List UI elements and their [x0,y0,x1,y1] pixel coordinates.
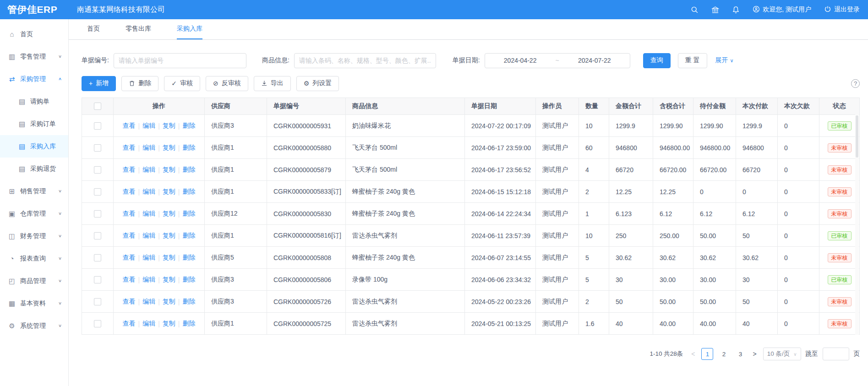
row-checkbox[interactable] [94,166,101,174]
row-checkbox[interactable] [94,232,101,239]
action-link-复制[interactable]: 复制 [163,254,175,262]
action-link-编辑[interactable]: 编辑 [142,144,155,152]
expand-link[interactable]: 展开 ∨ [715,56,734,65]
action-link-编辑[interactable]: 编辑 [142,232,155,240]
删除-button[interactable]: 删除 [121,76,158,91]
row-checkbox[interactable] [94,122,101,130]
sidebar-item-系统管理[interactable]: ⚙系统管理∨ [0,315,68,337]
user-menu[interactable]: 欢迎您, 测试用户 [753,5,811,14]
jump-page-input[interactable] [823,348,849,360]
导出-button[interactable]: 导出 [254,76,291,91]
bank-icon[interactable] [711,6,719,14]
action-link-查看[interactable]: 查看 [123,210,136,218]
action-link-复制[interactable]: 复制 [163,122,175,130]
action-link-删除[interactable]: 删除 [182,122,195,130]
goods-info-input[interactable] [294,53,436,68]
row-checkbox[interactable] [94,276,101,283]
page-button-3[interactable]: 3 [734,348,746,360]
action-link-编辑[interactable]: 编辑 [142,320,155,328]
row-checkbox[interactable] [94,254,101,261]
sidebar-item-首页[interactable]: ⌂首页 [0,23,68,45]
tab-零售出库[interactable]: 零售出库 [126,19,151,39]
新增-button[interactable]: +新增 [82,76,116,91]
action-link-查看[interactable]: 查看 [123,144,136,152]
tab-采购入库[interactable]: 采购入库 [177,19,202,39]
row-checkbox[interactable] [94,210,101,217]
action-link-编辑[interactable]: 编辑 [142,210,155,218]
action-link-编辑[interactable]: 编辑 [142,298,155,306]
action-link-查看[interactable]: 查看 [123,254,136,262]
列设置-button[interactable]: ⚙列设置 [296,76,339,91]
scrollbar-thumb[interactable] [856,115,858,158]
select-all-checkbox[interactable] [94,103,101,110]
date-from-value[interactable]: 2024-04-22 [504,57,537,64]
action-link-查看[interactable]: 查看 [123,320,136,328]
sidebar-item-报表查询[interactable]: ◔报表查询∨ [0,247,68,270]
action-link-查看[interactable]: 查看 [123,188,136,196]
page-button-2[interactable]: 2 [718,348,730,360]
action-link-查看[interactable]: 查看 [123,232,136,240]
action-link-编辑[interactable]: 编辑 [142,188,155,196]
action-link-查看[interactable]: 查看 [123,298,136,306]
column-header-操作员: 操作员 [536,98,579,114]
审核-button[interactable]: ✓审核 [164,76,200,91]
action-link-删除[interactable]: 删除 [182,188,195,196]
action-link-复制[interactable]: 复制 [163,166,175,174]
action-link-编辑[interactable]: 编辑 [142,122,155,130]
action-link-复制[interactable]: 复制 [163,320,175,328]
bell-icon[interactable] [732,6,740,14]
action-link-复制[interactable]: 复制 [163,232,175,240]
action-link-查看[interactable]: 查看 [123,122,136,130]
bill-no-input[interactable] [114,53,246,68]
date-range-picker[interactable]: 2024-04-22 ~ 2024-07-22 [485,53,630,68]
row-checkbox[interactable] [94,320,101,327]
row-checkbox[interactable] [94,298,101,305]
tab-首页[interactable]: 首页 [87,19,100,39]
action-link-删除[interactable]: 删除 [182,276,195,284]
action-link-删除[interactable]: 删除 [182,144,195,152]
action-separator: | [138,144,140,152]
date-to-value[interactable]: 2024-07-22 [578,57,611,64]
action-link-删除[interactable]: 删除 [182,298,195,306]
search-button[interactable]: 查询 [643,53,671,68]
table-scrollbar[interactable] [855,114,859,335]
action-link-复制[interactable]: 复制 [163,276,175,284]
sidebar-item-销售管理[interactable]: ⊞销售管理∨ [0,180,68,202]
page-button-1[interactable]: 1 [701,348,713,360]
search-icon[interactable] [691,6,699,14]
prev-page-icon[interactable]: < [689,350,697,358]
action-link-删除[interactable]: 删除 [182,210,195,218]
action-link-编辑[interactable]: 编辑 [142,276,155,284]
action-link-删除[interactable]: 删除 [182,166,195,174]
action-link-删除[interactable]: 删除 [182,232,195,240]
action-link-复制[interactable]: 复制 [163,298,175,306]
action-link-删除[interactable]: 删除 [182,254,195,262]
chevron-down-icon: ∨ [58,234,62,238]
action-link-删除[interactable]: 删除 [182,320,195,328]
action-link-复制[interactable]: 复制 [163,210,175,218]
sidebar-item-采购管理[interactable]: ⇄采购管理∧ [0,68,68,90]
sidebar-item-财务管理[interactable]: ◫财务管理∨ [0,225,68,247]
reset-button[interactable]: 重 置 [678,53,707,68]
action-link-查看[interactable]: 查看 [123,276,136,284]
sidebar-item-采购退货[interactable]: ▤采购退货 [0,158,68,180]
action-link-查看[interactable]: 查看 [123,166,136,174]
sidebar-item-采购订单[interactable]: ▤采购订单 [0,113,68,135]
next-page-icon[interactable]: > [751,350,758,358]
action-link-复制[interactable]: 复制 [163,144,175,152]
sidebar-item-采购入库[interactable]: ▤采购入库 [0,135,68,158]
help-icon[interactable]: ? [851,79,860,88]
row-checkbox[interactable] [94,188,101,196]
sidebar-item-请购单[interactable]: ▤请购单 [0,90,68,113]
sidebar-item-零售管理[interactable]: ▥零售管理∨ [0,45,68,68]
sidebar-item-仓库管理[interactable]: ▣仓库管理∨ [0,202,68,225]
action-link-编辑[interactable]: 编辑 [142,166,155,174]
row-checkbox[interactable] [94,144,101,152]
sidebar-item-基本资料[interactable]: ▦基本资料∨ [0,292,68,315]
action-link-编辑[interactable]: 编辑 [142,254,155,262]
logout-button[interactable]: 退出登录 [824,5,860,14]
action-link-复制[interactable]: 复制 [163,188,175,196]
反审核-button[interactable]: ⊘反审核 [206,76,248,91]
sidebar-item-商品管理[interactable]: ◰商品管理∨ [0,270,68,292]
page-size-select[interactable]: 10 条/页 ∨ [763,348,801,360]
